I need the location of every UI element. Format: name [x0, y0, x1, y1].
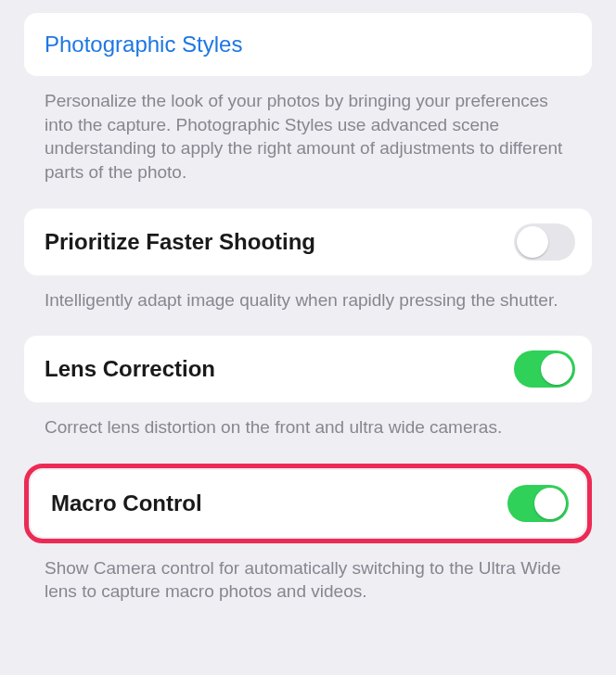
section-lens-correction: Lens Correction Correct lens distortion …	[24, 336, 592, 439]
prioritize-faster-shooting-row: Prioritize Faster Shooting	[24, 209, 592, 275]
toggle-knob	[541, 353, 572, 385]
prioritize-faster-shooting-title: Prioritize Faster Shooting	[45, 229, 315, 255]
photographic-styles-row[interactable]: Photographic Styles	[24, 13, 592, 76]
toggle-knob	[517, 226, 548, 258]
section-macro-control: Macro Control Show Camera control for au…	[24, 464, 592, 604]
macro-control-description: Show Camera control for automatically sw…	[24, 543, 592, 604]
lens-correction-toggle[interactable]	[514, 350, 575, 388]
prioritize-faster-shooting-description: Intelligently adapt image quality when r…	[24, 275, 592, 312]
lens-correction-title: Lens Correction	[45, 356, 215, 382]
section-photographic-styles: Photographic Styles Personalize the look…	[24, 13, 592, 185]
photographic-styles-title: Photographic Styles	[45, 32, 571, 57]
photographic-styles-description: Personalize the look of your photos by b…	[24, 76, 592, 185]
section-prioritize-faster-shooting: Prioritize Faster Shooting Intelligently…	[24, 209, 592, 312]
macro-control-toggle[interactable]	[507, 485, 569, 522]
macro-control-row: Macro Control	[31, 470, 585, 537]
lens-correction-row: Lens Correction	[24, 336, 592, 402]
macro-control-highlight: Macro Control	[24, 464, 592, 543]
prioritize-faster-shooting-toggle[interactable]	[514, 223, 575, 261]
macro-control-title: Macro Control	[51, 490, 202, 516]
toggle-knob	[534, 488, 566, 519]
lens-correction-description: Correct lens distortion on the front and…	[24, 402, 592, 439]
